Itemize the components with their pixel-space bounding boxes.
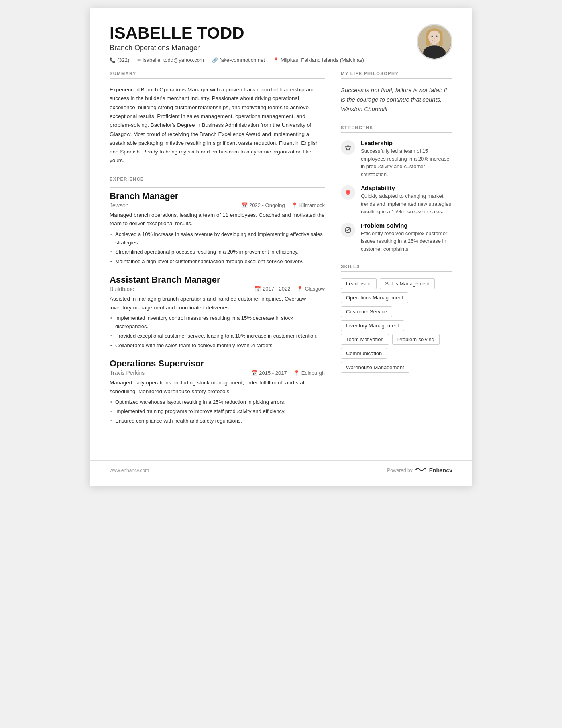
pin-icon-3: 📍 xyxy=(293,370,300,376)
job-1-bullet-1: Achieved a 10% increase in sales revenue… xyxy=(110,230,325,247)
job-3-desc: Managed daily operations, including stoc… xyxy=(110,378,325,395)
job-2-bullet-1: Implemented inventory control measures r… xyxy=(110,314,325,331)
job-1-meta: Jewson 📅 2022 - Ongoing 📍 Kilmarnock xyxy=(110,202,325,209)
job-2-period: 📅 2017 - 2022 xyxy=(255,286,290,292)
job-2: Assistant Branch Manager Buildbase 📅 201… xyxy=(110,275,325,350)
job-3-location: 📍 Edinburgh xyxy=(293,370,325,376)
location-contact: 📍 Milpitas, Falkland Islands (Malvinas) xyxy=(273,57,364,63)
summary-text: Experienced Branch Operations Manager wi… xyxy=(110,85,325,165)
strength-adaptability-desc: Quickly adapted to changing market trend… xyxy=(361,192,452,216)
strength-problem-solving: Problem-solving Efficiently resolved com… xyxy=(341,222,452,253)
job-2-desc: Assisted in managing branch operations a… xyxy=(110,295,325,312)
philosophy-divider xyxy=(341,82,452,82)
strengths-section-title: STRENGTHS xyxy=(341,125,452,133)
job-2-title: Assistant Branch Manager xyxy=(110,275,325,285)
strength-adaptability: Adaptability Quickly adapted to changing… xyxy=(341,185,452,216)
right-column: MY LIFE PHILOSOPHY Success is not final,… xyxy=(341,71,452,437)
philosophy-section-title: MY LIFE PHILOSOPHY xyxy=(341,71,452,79)
strength-leadership-content: Leadership Successfully led a team of 15… xyxy=(361,140,452,178)
leadership-icon xyxy=(341,140,355,155)
calendar-icon-2: 📅 xyxy=(255,286,261,292)
experience-section-title: EXPERIENCE xyxy=(110,177,325,184)
summary-section: SUMMARY Experienced Branch Operations Ma… xyxy=(110,71,325,165)
strength-leadership: Leadership Successfully led a team of 15… xyxy=(341,140,452,178)
strength-problem-solving-name: Problem-solving xyxy=(361,222,452,229)
contact-bar: 📞 (322) ✉ isabelle_todd@yahoo.com 🔗 fake… xyxy=(110,57,364,63)
skill-problem-solving: Problem-solving xyxy=(392,334,440,345)
svg-point-5 xyxy=(432,35,433,37)
skills-section-title: SKILLS xyxy=(341,264,452,272)
job-3-title: Operations Supervisor xyxy=(110,358,325,369)
powered-by-label: Powered by xyxy=(387,468,412,473)
strength-leadership-name: Leadership xyxy=(361,140,452,146)
enhancv-logo-icon xyxy=(415,466,427,475)
experience-section: EXPERIENCE Branch Manager Jewson 📅 2022 … xyxy=(110,177,325,425)
job-3-bullet-2: Implemented training programs to improve… xyxy=(110,407,325,416)
job-3-details: 📅 2015 - 2017 📍 Edinburgh xyxy=(251,370,325,376)
summary-divider xyxy=(110,82,325,82)
adaptability-icon xyxy=(341,185,355,200)
summary-section-title: SUMMARY xyxy=(110,71,325,79)
problem-solving-icon xyxy=(341,223,355,237)
calendar-icon-1: 📅 xyxy=(241,202,248,208)
job-3-bullet-1: Optimized warehouse layout resulting in … xyxy=(110,398,325,407)
strength-problem-solving-content: Problem-solving Efficiently resolved com… xyxy=(361,222,452,253)
enhancv-brand-name: Enhancv xyxy=(429,467,452,474)
svg-point-6 xyxy=(436,35,438,37)
phone-icon: 📞 xyxy=(110,57,116,63)
skill-warehouse-management: Warehouse Management xyxy=(341,362,409,373)
phone-contact: 📞 (322) xyxy=(110,57,129,63)
header-left: ISABELLE TODD Branch Operations Manager … xyxy=(110,24,364,63)
calendar-icon-3: 📅 xyxy=(251,370,257,376)
svg-point-7 xyxy=(434,38,435,39)
skills-divider xyxy=(341,275,452,275)
strength-problem-solving-desc: Efficiently resolved complex customer is… xyxy=(361,230,452,253)
pin-icon-2: 📍 xyxy=(297,286,303,292)
job-2-bullets: Implemented inventory control measures r… xyxy=(110,314,325,350)
job-2-bullet-3: Collaborated with the sales team to achi… xyxy=(110,342,325,350)
footer-brand: Powered by Enhancv xyxy=(387,466,452,475)
website-url: fake-commotion.net xyxy=(220,57,265,63)
job-1-location: 📍 Kilmarnock xyxy=(291,202,325,208)
candidate-name: ISABELLE TODD xyxy=(110,24,364,42)
skill-communication: Communication xyxy=(341,348,387,359)
header: ISABELLE TODD Branch Operations Manager … xyxy=(90,8,472,71)
location-text: Milpitas, Falkland Islands (Malvinas) xyxy=(281,57,364,63)
svg-point-4 xyxy=(428,31,440,44)
philosophy-section: MY LIFE PHILOSOPHY Success is not final,… xyxy=(341,71,452,114)
strength-adaptability-content: Adaptability Quickly adapted to changing… xyxy=(361,185,452,216)
email-address: isabelle_todd@yahoo.com xyxy=(143,57,204,63)
skills-section: SKILLS Leadership Sales Management Opera… xyxy=(341,264,452,373)
resume-page: ISABELLE TODD Branch Operations Manager … xyxy=(90,8,472,486)
skill-sales-management: Sales Management xyxy=(380,278,435,289)
job-1-bullet-2: Streamlined operational processes result… xyxy=(110,248,325,256)
skill-inventory-management: Inventory Management xyxy=(341,320,404,331)
strengths-section: STRENGTHS Leadership Successfully led a … xyxy=(341,125,452,253)
job-1-bullet-3: Maintained a high level of customer sati… xyxy=(110,258,325,266)
skill-operations-management: Operations Management xyxy=(341,292,408,303)
strengths-divider xyxy=(341,136,452,136)
experience-divider xyxy=(110,187,325,188)
location-icon: 📍 xyxy=(273,57,279,63)
philosophy-text: Success is not final, failure is not fat… xyxy=(341,85,452,114)
job-1-details: 📅 2022 - Ongoing 📍 Kilmarnock xyxy=(241,202,325,208)
pin-icon-1: 📍 xyxy=(291,202,298,208)
job-1-period: 📅 2022 - Ongoing xyxy=(241,202,285,208)
job-3: Operations Supervisor Travis Perkins 📅 2… xyxy=(110,358,325,425)
job-1-bullets: Achieved a 10% increase in sales revenue… xyxy=(110,230,325,266)
footer: www.enhancv.com Powered by Enhancv xyxy=(90,460,472,480)
skill-leadership: Leadership xyxy=(341,278,377,289)
profile-photo xyxy=(417,24,452,60)
strength-leadership-desc: Successfully led a team of 15 employees … xyxy=(361,147,452,178)
photo-placeholder xyxy=(418,25,451,59)
job-1: Branch Manager Jewson 📅 2022 - Ongoing 📍… xyxy=(110,191,325,266)
email-contact: ✉ isabelle_todd@yahoo.com xyxy=(137,57,204,63)
job-2-location: 📍 Glasgow xyxy=(297,286,325,292)
strength-adaptability-name: Adaptability xyxy=(361,185,452,191)
job-2-details: 📅 2017 - 2022 📍 Glasgow xyxy=(255,286,325,292)
phone-number: (322) xyxy=(117,57,129,63)
email-icon: ✉ xyxy=(137,57,141,63)
job-3-bullets: Optimized warehouse layout resulting in … xyxy=(110,398,325,425)
skill-customer-service: Customer Service xyxy=(341,306,392,317)
candidate-title: Branch Operations Manager xyxy=(110,44,364,52)
